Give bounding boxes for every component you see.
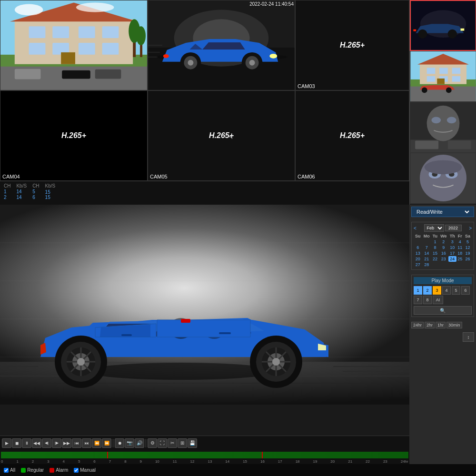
- cal-day-24-today[interactable]: 24: [448, 256, 456, 262]
- cal-day-15[interactable]: 15: [431, 250, 439, 256]
- time-17: 17: [278, 459, 282, 464]
- cal-year-input[interactable]: [445, 225, 462, 231]
- manual-checkbox[interactable]: [74, 468, 79, 473]
- camera-cell-2[interactable]: 2022-02-24 11:40:54: [148, 0, 295, 90]
- cal-day-10[interactable]: 10: [448, 245, 456, 250]
- timeline-bar[interactable]: [1, 452, 408, 458]
- cal-day[interactable]: [414, 239, 422, 245]
- settings-button[interactable]: ⚙: [148, 438, 157, 448]
- export-button[interactable]: 💾: [188, 438, 197, 448]
- camera-cell-4[interactable]: CAM04 H.265+: [0, 90, 148, 181]
- svg-point-57: [422, 88, 427, 93]
- cal-day-28[interactable]: 28: [422, 262, 431, 268]
- cal-day-27[interactable]: 27: [414, 262, 422, 268]
- camera-cell-6[interactable]: CAM06 H.265+: [295, 90, 409, 181]
- rewind-button[interactable]: ◀◀: [32, 438, 41, 448]
- thumbnail-panel: [409, 0, 476, 205]
- cal-day-5[interactable]: 5: [464, 239, 472, 245]
- all-checkbox[interactable]: [4, 468, 9, 473]
- scale-2hr[interactable]: 2hr: [425, 322, 435, 328]
- svg-rect-5: [29, 26, 46, 38]
- cal-day-18[interactable]: 18: [456, 250, 464, 256]
- layout-button[interactable]: ⊞: [178, 438, 187, 448]
- camera-cell-3[interactable]: CAM03 H.265+: [295, 0, 409, 90]
- channel-btn-1[interactable]: 1: [414, 286, 422, 295]
- pause-button[interactable]: ⏸: [22, 438, 31, 448]
- cal-day-25[interactable]: 25: [456, 256, 464, 262]
- cal-day-12[interactable]: 12: [464, 245, 472, 250]
- scale-30min[interactable]: 30min: [446, 322, 462, 328]
- cal-prev-btn[interactable]: <: [414, 226, 416, 231]
- channel-btn-5[interactable]: 5: [452, 286, 460, 295]
- main-player[interactable]: ▶ ◼ ⏸ ◀◀ ◀| |▶ ▶▶ ⏮ ⏭ ⏪ ⏩ ⏺ 📷 🔊 ⚙ ⛶ ✂ ⊞: [0, 205, 409, 476]
- cal-day-2[interactable]: 2: [439, 239, 448, 245]
- channel-btn-2[interactable]: 2: [423, 286, 432, 295]
- snapshot-button[interactable]: 📷: [125, 438, 134, 448]
- clip-button[interactable]: ✂: [168, 438, 177, 448]
- cal-day-26[interactable]: 26: [464, 256, 472, 262]
- cal-day-22[interactable]: 22: [431, 256, 439, 262]
- cal-day-3[interactable]: 3: [448, 239, 456, 245]
- cal-day-6[interactable]: 6: [414, 245, 422, 250]
- cal-day-21[interactable]: 21: [422, 256, 431, 262]
- cal-day-13[interactable]: 13: [414, 250, 422, 256]
- cal-empty: [439, 262, 448, 268]
- audio-button[interactable]: 🔊: [135, 438, 144, 448]
- cal-day-16[interactable]: 16: [439, 250, 448, 256]
- end-button[interactable]: ⏭: [82, 438, 91, 448]
- cal-day-11[interactable]: 11: [456, 245, 464, 250]
- svg-point-34: [269, 54, 277, 59]
- cal-day[interactable]: [422, 239, 431, 245]
- cal-day-8[interactable]: 8: [431, 245, 439, 250]
- search-button[interactable]: 🔍: [414, 306, 472, 315]
- alarm-dot: [50, 468, 54, 473]
- slow-button[interactable]: ⏪: [92, 438, 101, 448]
- scale-1hr[interactable]: 1hr: [436, 322, 446, 328]
- stats-header-kbs1: Kb/S: [16, 183, 32, 189]
- time-6: 6: [93, 459, 95, 464]
- channel-btn-7[interactable]: 7: [414, 296, 422, 304]
- fast-button[interactable]: ⏩: [102, 438, 111, 448]
- cam3-h265: H.265+: [340, 41, 365, 50]
- cal-month-select[interactable]: JanFebMar AprMayJun JulAugSep OctNovDec: [424, 224, 444, 232]
- svg-point-41: [418, 30, 427, 39]
- cal-day-1[interactable]: 1: [431, 239, 439, 245]
- svg-point-63: [427, 106, 460, 141]
- scale-24hr[interactable]: 24hr: [411, 322, 424, 328]
- next-frame-button[interactable]: |▶: [52, 438, 61, 448]
- channel-btn-3[interactable]: 3: [433, 286, 441, 295]
- svg-point-72: [425, 160, 462, 174]
- start-button[interactable]: ⏮: [72, 438, 81, 448]
- thumbnail-3[interactable]: [410, 102, 476, 153]
- fullscreen-button[interactable]: ⛶: [158, 438, 167, 448]
- thumb4-image: [410, 153, 476, 203]
- thumbnail-1[interactable]: [410, 0, 476, 51]
- camera-cell-5[interactable]: CAM05 H.265+ ↖: [148, 90, 295, 181]
- play-button[interactable]: ▶: [2, 438, 11, 448]
- cal-next-btn[interactable]: >: [469, 226, 472, 231]
- cal-day-17[interactable]: 17: [448, 250, 456, 256]
- readwrite-dropdown[interactable]: Read/Write Read Only No Access: [415, 208, 471, 215]
- cal-day-14[interactable]: 14: [422, 250, 431, 256]
- cal-day-7[interactable]: 7: [422, 245, 431, 250]
- extra-button[interactable]: ↕: [463, 332, 474, 342]
- prev-frame-button[interactable]: ◀|: [42, 438, 51, 448]
- fast-forward-button[interactable]: ▶▶: [62, 438, 71, 448]
- cal-day-4[interactable]: 4: [456, 239, 464, 245]
- cal-day-9[interactable]: 9: [439, 245, 448, 250]
- thumbnail-2[interactable]: [410, 51, 476, 102]
- channel-btn-4[interactable]: 4: [442, 286, 451, 295]
- channel-btn-8[interactable]: 8: [423, 296, 432, 304]
- stop-button[interactable]: ◼: [12, 438, 21, 448]
- channel-btn-6[interactable]: 6: [461, 286, 470, 295]
- record-button[interactable]: ⏺: [115, 438, 124, 448]
- channel-btn-ai[interactable]: AI: [433, 296, 443, 304]
- cal-month-year: JanFebMar AprMayJun JulAugSep OctNovDec: [424, 224, 462, 232]
- thumbnail-4[interactable]: [410, 153, 476, 204]
- camera-cell-1[interactable]: [0, 0, 148, 90]
- stats-header-ch2: CH: [32, 183, 45, 189]
- cal-day-20[interactable]: 20: [414, 256, 422, 262]
- cal-day-19[interactable]: 19: [464, 250, 472, 256]
- svg-rect-104: [181, 319, 190, 323]
- cal-day-23[interactable]: 23: [439, 256, 448, 262]
